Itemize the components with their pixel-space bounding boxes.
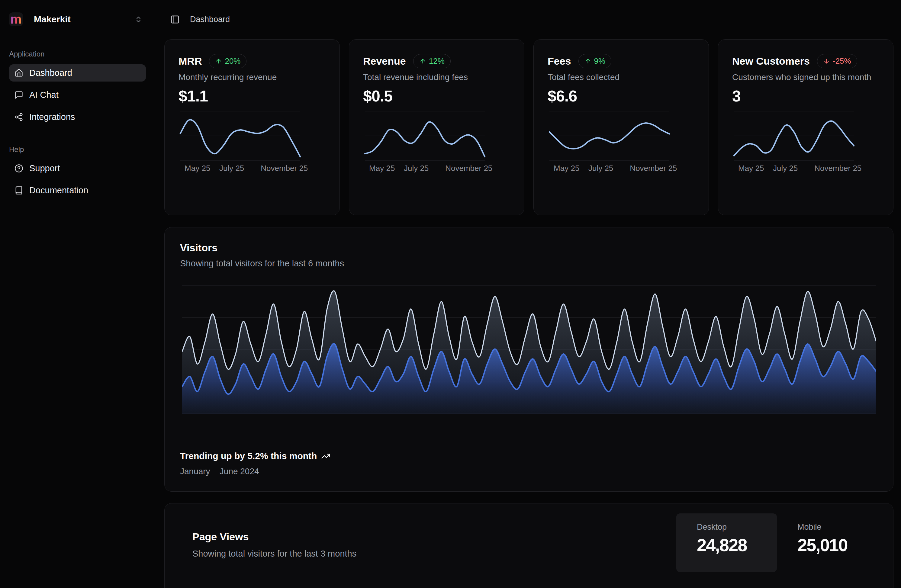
x-axis-ticks: May 25 July 25 November 25 bbox=[179, 164, 301, 173]
sidebar-item-integrations[interactable]: Integrations bbox=[9, 108, 146, 126]
mobile-toggle[interactable]: Mobile 25,010 bbox=[777, 513, 878, 572]
message-square-icon bbox=[14, 90, 23, 99]
sidebar-item-label: Integrations bbox=[29, 112, 75, 122]
toggle-value: 24,828 bbox=[697, 535, 777, 555]
sidebar-section-application: Application bbox=[9, 50, 146, 57]
stat-value: 3 bbox=[732, 87, 893, 105]
sidebar-item-label: Support bbox=[29, 164, 60, 173]
sparkline-chart: May 25 July 25 November 25 bbox=[179, 110, 301, 173]
sidebar-item-support[interactable]: Support bbox=[9, 160, 146, 177]
date-range-text: January – June 2024 bbox=[180, 466, 330, 476]
main-content: Dashboard MRR 20% Monthly recurring reve… bbox=[155, 0, 901, 588]
arrow-up-icon bbox=[419, 58, 426, 65]
x-axis-ticks: May 25 July 25 November 25 bbox=[733, 164, 855, 173]
sidebar: m Makerkit Application Dashboard AI Chat… bbox=[0, 0, 155, 588]
sidebar-item-label: Dashboard bbox=[29, 68, 72, 78]
topbar: Dashboard bbox=[164, 14, 893, 25]
toggle-value: 25,010 bbox=[797, 535, 878, 555]
stat-value: $0.5 bbox=[363, 87, 524, 105]
sparkline-svg bbox=[179, 110, 301, 162]
sidebar-item-label: AI Chat bbox=[29, 90, 59, 100]
house-icon bbox=[14, 69, 23, 77]
stat-subtitle: Monthly recurring revenue bbox=[179, 72, 340, 82]
stat-title: MRR bbox=[179, 55, 202, 67]
trend-badge: 20% bbox=[209, 54, 246, 68]
page-views-toggles: Desktop 24,828 Mobile 25,010 bbox=[676, 513, 878, 572]
stat-card-revenue: Revenue 12% Total revenue including fees… bbox=[349, 39, 524, 215]
arrow-up-icon bbox=[585, 58, 591, 65]
workspace-switcher[interactable]: m Makerkit bbox=[9, 12, 146, 27]
brand-name: Makerkit bbox=[34, 14, 71, 25]
sidebar-item-documentation[interactable]: Documentation bbox=[9, 182, 146, 199]
toggle-label: Mobile bbox=[797, 522, 878, 532]
stat-card-fees: Fees 9% Total fees collected $6.6 May 25… bbox=[533, 39, 709, 215]
stat-card-new-customers: New Customers -25% Customers who signed … bbox=[718, 39, 893, 215]
sidebar-section-help: Help bbox=[9, 145, 146, 153]
desktop-toggle[interactable]: Desktop 24,828 bbox=[676, 513, 777, 572]
stat-subtitle: Total fees collected bbox=[548, 72, 709, 82]
page-views-card: Page Views Showing total visitors for th… bbox=[164, 503, 893, 588]
sidebar-item-ai-chat[interactable]: AI Chat bbox=[9, 86, 146, 104]
stat-subtitle: Customers who signed up this month bbox=[732, 72, 893, 82]
trend-badge: -25% bbox=[817, 54, 857, 68]
stat-value: $1.1 bbox=[179, 87, 340, 105]
sparkline-svg bbox=[733, 110, 855, 162]
visitors-area-chart bbox=[182, 285, 876, 414]
stat-cards-row: MRR 20% Monthly recurring revenue $1.1 M… bbox=[164, 39, 893, 215]
stat-title: Fees bbox=[548, 55, 571, 67]
logo-m-glyph: m bbox=[10, 13, 22, 26]
chevrons-up-down-icon bbox=[135, 16, 142, 23]
stat-title: New Customers bbox=[732, 55, 810, 67]
trend-badge: 9% bbox=[578, 54, 612, 68]
trend-badge: 12% bbox=[413, 54, 450, 68]
visitors-footer: Trending up by 5.2% this month January –… bbox=[180, 451, 330, 476]
breadcrumb: Dashboard bbox=[190, 15, 230, 24]
panel-left-icon[interactable] bbox=[170, 15, 180, 24]
stat-subtitle: Total revenue including fees bbox=[363, 72, 524, 82]
visitors-title: Visitors bbox=[180, 242, 893, 254]
visitors-card: Visitors Showing total visitors for the … bbox=[164, 227, 893, 492]
sidebar-item-label: Documentation bbox=[29, 186, 88, 195]
help-nav: Support Documentation bbox=[9, 160, 146, 199]
stat-title: Revenue bbox=[363, 55, 406, 67]
application-nav: Dashboard AI Chat Integrations bbox=[9, 64, 146, 126]
trend-text: Trending up by 5.2% this month bbox=[180, 451, 317, 461]
sparkline-chart: May 25 July 25 November 25 bbox=[364, 110, 486, 173]
sparkline-svg bbox=[548, 110, 670, 162]
makerkit-logo: m bbox=[9, 12, 23, 26]
sparkline-chart: May 25 July 25 November 25 bbox=[548, 110, 670, 173]
book-icon bbox=[14, 186, 23, 195]
arrow-down-icon bbox=[823, 58, 830, 65]
x-axis-ticks: May 25 July 25 November 25 bbox=[548, 164, 670, 173]
toggle-label: Desktop bbox=[697, 522, 777, 532]
sidebar-item-dashboard[interactable]: Dashboard bbox=[9, 64, 146, 81]
sparkline-chart: May 25 July 25 November 25 bbox=[733, 110, 855, 173]
stat-card-mrr: MRR 20% Monthly recurring revenue $1.1 M… bbox=[164, 39, 340, 215]
trending-up-icon bbox=[321, 451, 330, 461]
visitors-subtitle: Showing total visitors for the last 6 mo… bbox=[180, 259, 893, 268]
circle-help-icon bbox=[14, 164, 23, 173]
sparkline-svg bbox=[364, 110, 486, 162]
share-icon bbox=[14, 113, 23, 122]
x-axis-ticks: May 25 July 25 November 25 bbox=[364, 164, 486, 173]
stat-value: $6.6 bbox=[548, 87, 709, 105]
arrow-up-icon bbox=[215, 58, 222, 65]
